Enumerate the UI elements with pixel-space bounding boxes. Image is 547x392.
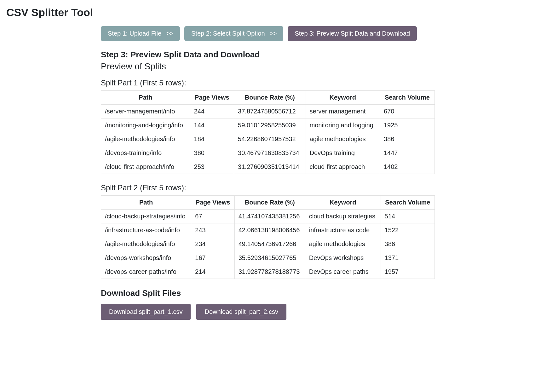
table-cell: agile methodologies bbox=[305, 237, 381, 251]
table-row: /agile-methodologies/info18454.226860719… bbox=[101, 132, 435, 146]
table-cell: cloud backup strategies bbox=[305, 210, 381, 223]
current-step-title: Step 3: Preview Split Data and Download bbox=[101, 50, 435, 60]
table-cell: DevOps workshops bbox=[305, 251, 381, 265]
table-cell: 49.14054736917266 bbox=[234, 237, 305, 251]
table-cell: /agile-methodologies/info bbox=[101, 237, 191, 251]
table-cell: 1371 bbox=[381, 251, 435, 265]
table-cell: /cloud-first-approach/info bbox=[101, 160, 190, 174]
table-header: Search Volume bbox=[381, 196, 435, 210]
table-cell: infrastructure as code bbox=[305, 223, 381, 237]
table-cell: 184 bbox=[190, 132, 234, 146]
table-cell: 67 bbox=[191, 210, 234, 223]
table-cell: /devops-training/info bbox=[101, 146, 190, 160]
table-row: /devops-training/info38030.4679716308337… bbox=[101, 146, 435, 160]
table-cell: 1957 bbox=[381, 265, 435, 279]
download-split-2-button[interactable]: Download split_part_2.csv bbox=[196, 304, 286, 320]
table-header: Search Volume bbox=[380, 91, 435, 105]
table-cell: 54.22686071957532 bbox=[234, 132, 306, 146]
table-cell: 31.928778278188773 bbox=[234, 265, 305, 279]
download-buttons: Download split_part_1.csv Download split… bbox=[101, 304, 435, 320]
step-3-label: Step 3: Preview Split Data and Download bbox=[295, 30, 410, 37]
table-cell: 244 bbox=[190, 105, 234, 118]
table-cell: agile methodologies bbox=[306, 132, 380, 146]
table-cell: cloud-first approach bbox=[306, 160, 380, 174]
chevron-right-icon: >> bbox=[166, 30, 173, 37]
table-cell: 41.474107435381256 bbox=[234, 210, 305, 223]
split-part-1-heading: Split Part 1 (First 5 rows): bbox=[101, 78, 435, 87]
table-row: /devops-career-paths/info21431.928778278… bbox=[101, 265, 435, 279]
table-cell: /monitoring-and-logging/info bbox=[101, 118, 190, 132]
table-cell: 30.467971630833734 bbox=[234, 146, 306, 160]
table-cell: 386 bbox=[380, 132, 435, 146]
table-header: Page Views bbox=[191, 196, 234, 210]
table-cell: 380 bbox=[190, 146, 234, 160]
table-cell: 35.52934615027765 bbox=[234, 251, 305, 265]
step-2-label: Step 2: Select Split Option bbox=[191, 30, 265, 37]
table-cell: 253 bbox=[190, 160, 234, 174]
table-cell: 243 bbox=[191, 223, 234, 237]
table-cell: 386 bbox=[381, 237, 435, 251]
step-tabs: Step 1: Upload File >> Step 2: Select Sp… bbox=[101, 26, 435, 41]
step-2-tab[interactable]: Step 2: Select Split Option >> bbox=[184, 26, 283, 41]
table-cell: 42.066138198006456 bbox=[234, 223, 305, 237]
table-cell: 167 bbox=[191, 251, 234, 265]
table-header: Page Views bbox=[190, 91, 234, 105]
table-cell: 214 bbox=[191, 265, 234, 279]
table-cell: 59.01012958255039 bbox=[234, 118, 306, 132]
table-row: /devops-workshops/info16735.529346150277… bbox=[101, 251, 435, 265]
table-cell: 1447 bbox=[380, 146, 435, 160]
table-header: Path bbox=[101, 196, 191, 210]
step-1-label: Step 1: Upload File bbox=[108, 30, 161, 37]
table-cell: server management bbox=[306, 105, 380, 118]
table-cell: /infrastructure-as-code/info bbox=[101, 223, 191, 237]
table-cell: 1402 bbox=[380, 160, 435, 174]
table-cell: 234 bbox=[191, 237, 234, 251]
table-cell: /server-management/info bbox=[101, 105, 190, 118]
table-header: Keyword bbox=[305, 196, 381, 210]
table-header: Bounce Rate (%) bbox=[234, 196, 305, 210]
table-cell: /devops-career-paths/info bbox=[101, 265, 191, 279]
table-header: Path bbox=[101, 91, 190, 105]
table-cell: DevOps training bbox=[306, 146, 380, 160]
table-cell: 1925 bbox=[380, 118, 435, 132]
table-row: /server-management/info24437.87247580556… bbox=[101, 105, 435, 118]
table-cell: DevOps career paths bbox=[305, 265, 381, 279]
table-row: /cloud-backup-strategies/info6741.474107… bbox=[101, 210, 435, 223]
table-cell: /agile-methodologies/info bbox=[101, 132, 190, 146]
table-row: /agile-methodologies/info23449.140547369… bbox=[101, 237, 435, 251]
table-cell: monitoring and logging bbox=[306, 118, 380, 132]
table-cell: 31.276090351913414 bbox=[234, 160, 306, 174]
table-cell: 514 bbox=[381, 210, 435, 223]
table-row: /monitoring-and-logging/info14459.010129… bbox=[101, 118, 435, 132]
table-header: Keyword bbox=[306, 91, 380, 105]
download-split-1-button[interactable]: Download split_part_1.csv bbox=[101, 304, 191, 320]
split-part-2-heading: Split Part 2 (First 5 rows): bbox=[101, 183, 435, 192]
table-cell: 37.87247580556712 bbox=[234, 105, 306, 118]
table-row: /cloud-first-approach/info25331.27609035… bbox=[101, 160, 435, 174]
page-title: CSV Splitter Tool bbox=[6, 6, 541, 19]
table-cell: 144 bbox=[190, 118, 234, 132]
table-cell: /cloud-backup-strategies/info bbox=[101, 210, 191, 223]
split-part-1-table: PathPage ViewsBounce Rate (%)KeywordSear… bbox=[101, 90, 435, 174]
chevron-right-icon: >> bbox=[270, 30, 276, 37]
download-heading: Download Split Files bbox=[101, 288, 435, 298]
table-header: Bounce Rate (%) bbox=[234, 91, 306, 105]
table-row: /infrastructure-as-code/info24342.066138… bbox=[101, 223, 435, 237]
split-part-2-table: PathPage ViewsBounce Rate (%)KeywordSear… bbox=[101, 195, 435, 279]
table-cell: /devops-workshops/info bbox=[101, 251, 191, 265]
table-cell: 1522 bbox=[381, 223, 435, 237]
step-3-tab[interactable]: Step 3: Preview Split Data and Download bbox=[288, 26, 417, 41]
preview-heading: Preview of Splits bbox=[101, 61, 435, 72]
table-cell: 670 bbox=[380, 105, 435, 118]
step-1-tab[interactable]: Step 1: Upload File >> bbox=[101, 26, 180, 41]
